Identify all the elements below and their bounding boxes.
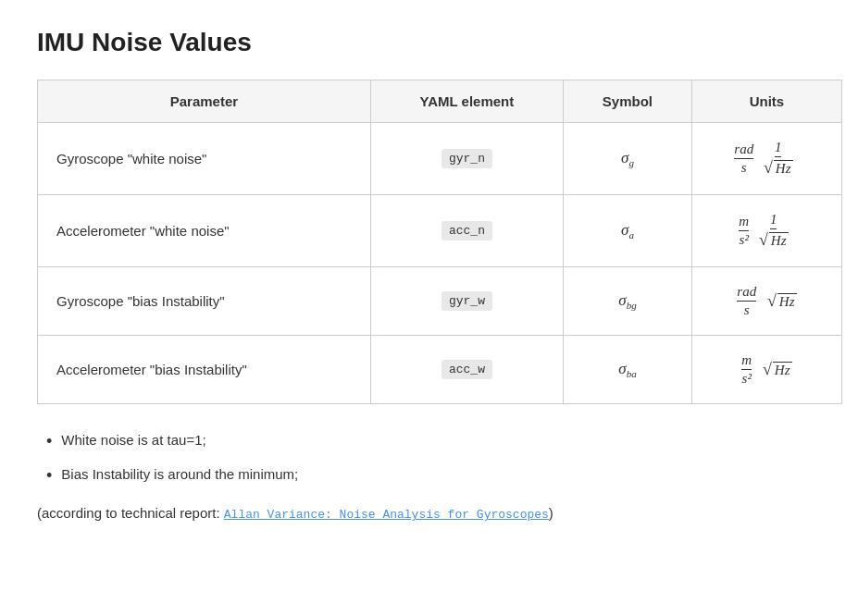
bullet-text: White noise is at tau=1; xyxy=(61,430,205,451)
page-title: IMU Noise Values xyxy=(37,28,821,57)
table-row-units: m s² √ Hz xyxy=(691,336,841,404)
table-row-symbol: σg xyxy=(564,123,692,195)
table-row-parameter: Accelerometer "bias Instability" xyxy=(38,336,371,404)
table-row-symbol: σba xyxy=(564,336,692,404)
table-row-units: rad s √ Hz xyxy=(691,267,841,336)
table-row-yaml: acc_n xyxy=(370,195,563,267)
table-row-parameter: Gyroscope "white noise" xyxy=(38,123,371,195)
bullet-dot: • xyxy=(46,464,52,487)
table-row-parameter: Accelerometer "white noise" xyxy=(38,195,371,267)
noise-values-table: Parameter YAML element Symbol Units Gyro… xyxy=(37,80,842,404)
footer-text: (according to technical report: Allan Va… xyxy=(37,502,821,525)
col-header-symbol: Symbol xyxy=(564,80,692,123)
table-row-yaml: gyr_w xyxy=(370,267,563,336)
table-row-units: rad s 1 √ Hz xyxy=(691,123,841,195)
col-header-parameter: Parameter xyxy=(38,80,371,123)
table-row-yaml: acc_w xyxy=(370,336,563,404)
bullet-list: • White noise is at tau=1; • Bias Instab… xyxy=(37,430,821,487)
bullet-dot: • xyxy=(46,430,52,453)
list-item: • Bias Instability is around the minimum… xyxy=(46,464,821,487)
table-row-parameter: Gyroscope "bias Instability" xyxy=(38,267,371,336)
table-row-symbol: σbg xyxy=(564,267,692,336)
table-row-units: m s² 1 √ Hz xyxy=(691,195,841,267)
footer-link[interactable]: Allan Variance: Noise Analysis for Gyros… xyxy=(224,508,549,522)
col-header-yaml: YAML element xyxy=(370,80,563,123)
footer-suffix: ) xyxy=(549,505,553,521)
list-item: • White noise is at tau=1; xyxy=(46,430,821,453)
table-row-symbol: σa xyxy=(564,195,692,267)
table-row-yaml: gyr_n xyxy=(370,123,563,195)
col-header-units: Units xyxy=(691,80,841,123)
footer-prefix: (according to technical report: xyxy=(37,505,224,521)
bullet-text: Bias Instability is around the minimum; xyxy=(61,464,298,486)
